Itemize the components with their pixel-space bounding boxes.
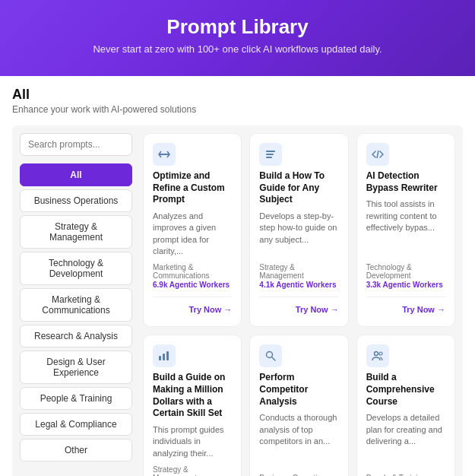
- card-category: Technology & Development: [366, 263, 445, 280]
- card-footer: Strategy & Management 4.1k Agentic Worke…: [259, 263, 338, 289]
- svg-point-10: [374, 352, 378, 356]
- card-category: Strategy & Management: [259, 263, 338, 280]
- search-input[interactable]: [20, 133, 132, 156]
- svg-rect-3: [266, 157, 272, 158]
- card-desc: This prompt guides individuals in analyz…: [153, 424, 232, 459]
- svg-rect-6: [163, 354, 165, 360]
- card-item: Build a Comprehensive Course Develops a …: [356, 335, 455, 476]
- card-footer: Technology & Development 3.3k Agentic Wo…: [366, 263, 445, 289]
- card-bottom: Try Now →: [366, 297, 445, 317]
- svg-rect-0: [159, 154, 169, 155]
- sidebar-item-other[interactable]: Other: [20, 439, 132, 462]
- card-bottom: Try Now →: [259, 297, 338, 317]
- card-stat: 3.3k Agentic Workers: [366, 281, 445, 289]
- card-stat: 6.9k Agentic Workers: [153, 281, 232, 289]
- card-item: Build a Guide on Making a Million Dollar…: [143, 335, 242, 476]
- svg-line-9: [272, 357, 276, 361]
- card-footer: Marketing & Communications 6.9k Agentic …: [153, 263, 232, 289]
- try-now-button[interactable]: Try Now →: [296, 302, 339, 317]
- try-now-button[interactable]: Try Now →: [188, 302, 232, 317]
- svg-rect-1: [266, 151, 275, 152]
- header: Prompt Library Never start at zero with …: [0, 0, 475, 76]
- sidebar-item-business-operations[interactable]: Business Operations: [20, 189, 132, 212]
- section-subtitle: Enhance your work with AI-powered soluti…: [12, 104, 463, 115]
- card-desc: Conducts a thorough analysis of top comp…: [259, 412, 338, 468]
- card-tags: Technology & Development 3.3k Agentic Wo…: [366, 263, 445, 289]
- sidebar-item-strategy[interactable]: Strategy & Management: [20, 215, 132, 249]
- header-subtitle: Never start at zero with 100+ one click …: [15, 43, 460, 55]
- card-icon: [259, 143, 282, 166]
- sidebar-item-technology[interactable]: Technology & Development: [20, 252, 132, 285]
- card-desc: This tool assists in rewriting content t…: [366, 198, 445, 257]
- main-content: All Enhance your work with AI-powered so…: [0, 76, 475, 476]
- card-tags: Marketing & Communications 6.9k Agentic …: [153, 263, 232, 289]
- sidebar-item-research[interactable]: Research & Analysis: [20, 325, 132, 347]
- card-title: Build a Guide on Making a Million Dollar…: [153, 372, 232, 419]
- card-stat: 4.1k Agentic Workers: [259, 281, 338, 289]
- card-icon: [153, 344, 176, 367]
- card-desc: Develops a step-by-step how-to guide on …: [259, 211, 338, 258]
- card-item: Perform Competitor Analysis Conducts a t…: [249, 335, 348, 476]
- card-icon: [366, 143, 389, 166]
- card-desc: Develops a detailed plan for creating an…: [366, 412, 445, 468]
- card-icon: [366, 344, 389, 367]
- svg-rect-2: [266, 154, 274, 155]
- page-title: Prompt Library: [15, 15, 460, 39]
- card-item: AI Detection Bypass Rewriter This tool a…: [356, 133, 455, 327]
- cards-grid: Optimize and Refine a Custom Prompt Anal…: [143, 133, 455, 476]
- sidebar-item-legal[interactable]: Legal & Compliance: [20, 413, 132, 436]
- card-bottom: Try Now →: [153, 297, 232, 317]
- sidebar-item-all[interactable]: All: [20, 163, 132, 186]
- card-desc: Analyzes and improves a given prompt ide…: [153, 211, 232, 258]
- card-tags: Strategy & Management 2.7k Agentic Worke…: [153, 465, 232, 476]
- card-category: Strategy & Management: [153, 465, 232, 476]
- card-item: Build a How To Guide for Any Subject Dev…: [249, 133, 348, 327]
- card-category: Marketing & Communications: [153, 263, 232, 280]
- card-footer: Strategy & Management 2.7k Agentic Worke…: [153, 465, 232, 476]
- sidebar: All Business Operations Strategy & Manag…: [20, 133, 132, 476]
- svg-rect-5: [159, 356, 161, 360]
- sidebar-item-design[interactable]: Design & User Experience: [20, 351, 132, 384]
- section-title: All: [12, 87, 463, 103]
- card-icon: [259, 344, 282, 367]
- card-title: Optimize and Refine a Custom Prompt: [153, 170, 232, 206]
- card-title: Build a Comprehensive Course: [366, 372, 445, 408]
- try-now-button[interactable]: Try Now →: [402, 302, 445, 317]
- card-icon: [153, 143, 176, 166]
- card-title: AI Detection Bypass Rewriter: [366, 170, 445, 194]
- card-title: Perform Competitor Analysis: [259, 372, 338, 408]
- svg-rect-7: [166, 351, 169, 360]
- card-title: Build a How To Guide for Any Subject: [259, 170, 338, 206]
- svg-line-4: [377, 151, 378, 158]
- content-area: All Business Operations Strategy & Manag…: [12, 125, 463, 476]
- card-tags: Strategy & Management 4.1k Agentic Worke…: [259, 263, 338, 289]
- sidebar-item-marketing[interactable]: Marketing & Communications: [20, 288, 132, 322]
- card-item: Optimize and Refine a Custom Prompt Anal…: [143, 133, 242, 327]
- svg-point-11: [379, 352, 382, 355]
- sidebar-item-people[interactable]: People & Training: [20, 387, 132, 410]
